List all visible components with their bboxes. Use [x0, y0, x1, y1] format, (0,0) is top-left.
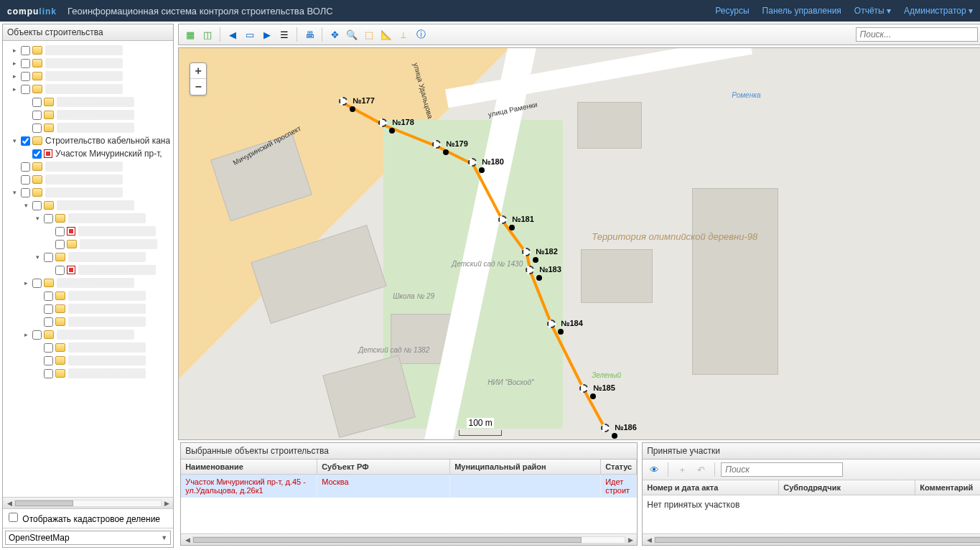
col-comment[interactable]: Комментарий	[915, 480, 980, 495]
tool-pan-icon[interactable]: ✥	[327, 27, 342, 42]
view-button[interactable]: 👁	[646, 462, 662, 477]
col-sub[interactable]: Субподрядчик	[779, 480, 915, 495]
zoom-in-button[interactable]: +	[190, 63, 206, 79]
objects-panel-title: Объекты строительства	[3, 24, 173, 41]
tree-item[interactable]: ▾xxxxxxxxxxxxxxxxxx	[6, 212, 170, 225]
tool-layers-icon[interactable]: ◫	[200, 27, 215, 42]
tool-measure-icon[interactable]: 📐	[378, 27, 394, 42]
tree-item[interactable]: ▸xxxxxxxxxxxxxxxxxx	[6, 57, 170, 70]
tree-item[interactable]: ▾xxxxxxxxxxxxxxxxxx	[6, 186, 170, 199]
poi-label: Школа № 29	[393, 292, 434, 300]
accepted-panel: Принятые участки 👁 + ↶ Номер и дата акта…	[642, 442, 980, 546]
nav-control-panel[interactable]: Панель управления	[762, 6, 841, 16]
col-status[interactable]: Статус	[601, 460, 637, 474]
tree-item[interactable]: xxxxxxxxxxxxxxxxxx	[6, 225, 170, 238]
tree-item[interactable]: xxxxxxxxxxxxxxxxxx	[6, 173, 170, 186]
tree-item[interactable]: ▸xxxxxxxxxxxxxxxxxx	[6, 83, 170, 95]
nav-resources[interactable]: Ресурсы	[715, 6, 749, 16]
poi-label: Зеленый	[592, 371, 621, 379]
undo-button[interactable]: ↶	[693, 462, 709, 477]
logo: compulink	[7, 4, 57, 17]
tree-item[interactable]: xxxxxxxxxxxxxxxxxx	[6, 302, 170, 315]
tool-nav-next-icon[interactable]: ▶	[259, 27, 275, 42]
tool-info-icon[interactable]: ⓘ	[413, 27, 429, 42]
tree-scrollbar[interactable]: ◀▶	[3, 497, 173, 508]
tree-item[interactable]: xxxxxxxxxxxxxxxxxx	[6, 108, 170, 121]
objects-panel: Объекты строительства ▸xxxxxxxxxxxxxxxxx…	[2, 24, 174, 548]
tree-item[interactable]: Участок Мичуринский пр-т,	[6, 147, 170, 160]
poi-label: Территория олимпийской деревни-98	[592, 231, 757, 242]
objects-tree[interactable]: ▸xxxxxxxxxxxxxxxxxx▸xxxxxxxxxxxxxxxxxx▸x…	[3, 41, 173, 497]
tree-item[interactable]: xxxxxxxxxxxxxxxxxx	[6, 160, 170, 173]
zoom-control: + −	[190, 62, 207, 95]
selected-objects-panel: Выбранные объекты строительства Наименов…	[180, 442, 638, 546]
map-canvas[interactable]: Мичуринский проспект улица Удальцова ули…	[178, 47, 980, 440]
table-row[interactable]: Участок Мичуринский пр-т, д.45 - ул.Удал…	[181, 475, 637, 498]
app-title: Геоинформационная система контроля строи…	[67, 6, 333, 17]
tree-item[interactable]: xxxxxxxxxxxxxxxxxx	[6, 264, 170, 276]
basemap-select[interactable]: OpenStreetMap▼	[5, 531, 171, 545]
accepted-scrollbar[interactable]: ◀▶	[643, 533, 980, 545]
nav-reports[interactable]: Отчёты ▾	[854, 6, 891, 16]
tree-item[interactable]: ▸xxxxxxxxxxxxxxxxxx	[6, 276, 170, 289]
poi-label: Детский сад № 1382	[358, 346, 429, 354]
tree-item[interactable]: xxxxxxxxxxxxxxxxxx	[6, 95, 170, 108]
selected-scrollbar[interactable]: ◀▶	[181, 533, 637, 545]
tree-item[interactable]: xxxxxxxxxxxxxxxxxx	[6, 367, 170, 380]
scale-bar: 100 m	[459, 430, 502, 436]
tree-item[interactable]: ▸xxxxxxxxxxxxxxxxxx	[6, 328, 170, 341]
tree-item[interactable]: xxxxxxxxxxxxxxxxxx	[6, 289, 170, 302]
tool-nav-prev-icon[interactable]: ◀	[225, 27, 241, 42]
tree-item[interactable]: ▸xxxxxxxxxxxxxxxxxx	[6, 70, 170, 83]
top-bar: compulink Геоинформационная система конт…	[0, 0, 980, 22]
add-button[interactable]: +	[674, 462, 690, 477]
cadastral-checkbox[interactable]: Отображать кадастровое деление	[6, 514, 160, 524]
empty-message: Нет принятых участков	[643, 495, 980, 514]
tree-item[interactable]: ▾xxxxxxxxxxxxxxxxxx	[6, 199, 170, 212]
col-name[interactable]: Наименование	[181, 460, 317, 474]
tool-extent-icon[interactable]: ⬚	[361, 27, 377, 42]
tool-nav-rect-icon[interactable]: ▭	[242, 27, 258, 42]
tree-item[interactable]: xxxxxxxxxxxxxxxxxx	[6, 354, 170, 367]
tool-zoom-icon[interactable]: 🔍	[344, 27, 360, 42]
tool-print-icon[interactable]: 🖶	[302, 27, 317, 42]
poi-label: Детский сад № 1430	[452, 260, 523, 268]
accepted-search-input[interactable]	[721, 462, 843, 477]
col-act[interactable]: Номер и дата акта	[643, 480, 779, 495]
nav-admin[interactable]: Администратор ▾	[904, 6, 973, 16]
tree-item[interactable]: ▾Строительство кабельной кана	[6, 134, 170, 147]
tree-item[interactable]: xxxxxxxxxxxxxxxxxx	[6, 121, 170, 134]
map-toolbar: ▦ ◫ ◀ ▭ ▶ ☰ 🖶 ✥ 🔍 ⬚ 📐 ⟂ ⓘ Д 37.487 Ш 55.…	[178, 24, 980, 45]
tool-grid-icon[interactable]: ▦	[182, 27, 198, 42]
river-label: Роменка	[732, 91, 760, 99]
search-input[interactable]	[856, 27, 978, 42]
tree-item[interactable]: xxxxxxxxxxxxxxxxxx	[6, 315, 170, 328]
tool-list-icon[interactable]: ☰	[276, 27, 292, 42]
tree-item[interactable]: xxxxxxxxxxxxxxxxxx	[6, 341, 170, 354]
tool-crop-icon[interactable]: ⟂	[396, 27, 411, 42]
tree-item[interactable]: ▸xxxxxxxxxxxxxxxxxx	[6, 44, 170, 57]
zoom-out-button[interactable]: −	[190, 79, 206, 95]
col-district[interactable]: Муниципальный район	[450, 460, 601, 474]
tree-item[interactable]: ▾xxxxxxxxxxxxxxxxxx	[6, 251, 170, 264]
poi-label: НИИ "Восход"	[487, 378, 533, 386]
col-subject[interactable]: Субъект РФ	[317, 460, 450, 474]
tree-item[interactable]: xxxxxxxxxxxxxxxxxx	[6, 238, 170, 251]
